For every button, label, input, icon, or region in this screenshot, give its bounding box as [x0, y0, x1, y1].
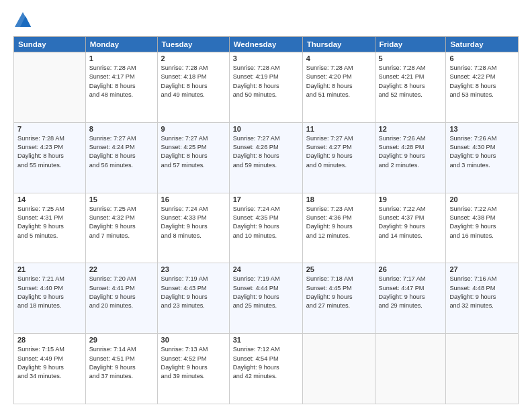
day-info: Sunrise: 7:25 AM Sunset: 4:32 PM Dayligh… — [89, 205, 154, 240]
day-number: 3 — [233, 54, 299, 62]
day-number: 15 — [89, 195, 154, 203]
day-info: Sunrise: 7:21 AM Sunset: 4:40 PM Dayligh… — [17, 275, 82, 310]
day-number: 5 — [379, 54, 443, 62]
day-cell: 4Sunrise: 7:28 AM Sunset: 4:20 PM Daylig… — [302, 52, 375, 123]
day-info: Sunrise: 7:28 AM Sunset: 4:20 PM Dayligh… — [306, 64, 371, 99]
day-info: Sunrise: 7:22 AM Sunset: 4:38 PM Dayligh… — [449, 205, 515, 240]
day-cell: 24Sunrise: 7:19 AM Sunset: 4:44 PM Dayli… — [229, 263, 302, 334]
day-number: 21 — [17, 265, 82, 273]
day-info: Sunrise: 7:28 AM Sunset: 4:23 PM Dayligh… — [17, 134, 82, 170]
day-number: 18 — [306, 195, 371, 203]
day-info: Sunrise: 7:13 AM Sunset: 4:52 PM Dayligh… — [161, 345, 226, 381]
day-cell — [446, 334, 519, 404]
day-number: 2 — [161, 54, 226, 62]
day-number: 7 — [17, 125, 82, 133]
day-number: 24 — [233, 265, 299, 273]
day-cell: 25Sunrise: 7:18 AM Sunset: 4:45 PM Dayli… — [302, 263, 375, 334]
day-info: Sunrise: 7:20 AM Sunset: 4:41 PM Dayligh… — [89, 275, 154, 310]
logo-icon — [13, 11, 32, 30]
day-cell: 7Sunrise: 7:28 AM Sunset: 4:23 PM Daylig… — [14, 122, 86, 193]
day-info: Sunrise: 7:27 AM Sunset: 4:25 PM Dayligh… — [161, 134, 226, 170]
day-cell: 3Sunrise: 7:28 AM Sunset: 4:19 PM Daylig… — [229, 52, 302, 123]
day-info: Sunrise: 7:28 AM Sunset: 4:21 PM Dayligh… — [379, 64, 443, 99]
day-number: 1 — [89, 54, 154, 62]
day-number: 13 — [449, 125, 515, 133]
day-number: 30 — [161, 336, 226, 344]
day-number: 28 — [17, 336, 82, 344]
day-number: 12 — [379, 125, 443, 133]
day-info: Sunrise: 7:22 AM Sunset: 4:37 PM Dayligh… — [379, 205, 443, 240]
day-number: 29 — [89, 336, 154, 344]
day-cell: 20Sunrise: 7:22 AM Sunset: 4:38 PM Dayli… — [446, 193, 519, 263]
day-cell: 8Sunrise: 7:27 AM Sunset: 4:24 PM Daylig… — [85, 122, 157, 193]
day-info: Sunrise: 7:14 AM Sunset: 4:51 PM Dayligh… — [89, 345, 154, 381]
day-number: 9 — [161, 125, 226, 133]
day-info: Sunrise: 7:17 AM Sunset: 4:47 PM Dayligh… — [379, 275, 443, 310]
day-info: Sunrise: 7:12 AM Sunset: 4:54 PM Dayligh… — [233, 345, 299, 381]
day-cell: 23Sunrise: 7:19 AM Sunset: 4:43 PM Dayli… — [157, 263, 229, 334]
day-cell: 18Sunrise: 7:23 AM Sunset: 4:36 PM Dayli… — [302, 193, 375, 263]
col-header-wednesday: Wednesday — [229, 37, 302, 52]
day-cell: 21Sunrise: 7:21 AM Sunset: 4:40 PM Dayli… — [14, 263, 86, 334]
day-number: 27 — [449, 265, 515, 273]
day-info: Sunrise: 7:23 AM Sunset: 4:36 PM Dayligh… — [306, 205, 371, 240]
day-cell: 15Sunrise: 7:25 AM Sunset: 4:32 PM Dayli… — [85, 193, 157, 263]
day-number: 6 — [449, 54, 515, 62]
col-header-thursday: Thursday — [302, 37, 375, 52]
day-number: 17 — [233, 195, 299, 203]
col-header-monday: Monday — [85, 37, 157, 52]
week-row-4: 21Sunrise: 7:21 AM Sunset: 4:40 PM Dayli… — [14, 263, 519, 334]
day-info: Sunrise: 7:26 AM Sunset: 4:28 PM Dayligh… — [379, 134, 443, 170]
week-row-5: 28Sunrise: 7:15 AM Sunset: 4:49 PM Dayli… — [14, 334, 519, 404]
day-info: Sunrise: 7:19 AM Sunset: 4:43 PM Dayligh… — [161, 275, 226, 310]
day-info: Sunrise: 7:24 AM Sunset: 4:35 PM Dayligh… — [233, 205, 299, 240]
day-cell: 5Sunrise: 7:28 AM Sunset: 4:21 PM Daylig… — [375, 52, 446, 123]
day-cell: 27Sunrise: 7:16 AM Sunset: 4:48 PM Dayli… — [446, 263, 519, 334]
col-header-saturday: Saturday — [446, 37, 519, 52]
day-info: Sunrise: 7:18 AM Sunset: 4:45 PM Dayligh… — [306, 275, 371, 310]
day-number: 26 — [379, 265, 443, 273]
week-row-3: 14Sunrise: 7:25 AM Sunset: 4:31 PM Dayli… — [14, 193, 519, 263]
day-info: Sunrise: 7:28 AM Sunset: 4:19 PM Dayligh… — [233, 64, 299, 99]
logo — [13, 11, 35, 30]
day-number: 10 — [233, 125, 299, 133]
day-number: 8 — [89, 125, 154, 133]
day-cell: 11Sunrise: 7:27 AM Sunset: 4:27 PM Dayli… — [302, 122, 375, 193]
week-row-1: 1Sunrise: 7:28 AM Sunset: 4:17 PM Daylig… — [14, 52, 519, 123]
day-number: 25 — [306, 265, 371, 273]
day-info: Sunrise: 7:27 AM Sunset: 4:27 PM Dayligh… — [306, 134, 371, 170]
day-info: Sunrise: 7:28 AM Sunset: 4:22 PM Dayligh… — [449, 64, 515, 99]
day-cell: 9Sunrise: 7:27 AM Sunset: 4:25 PM Daylig… — [157, 122, 229, 193]
day-number: 4 — [306, 54, 371, 62]
day-cell: 13Sunrise: 7:26 AM Sunset: 4:30 PM Dayli… — [446, 122, 519, 193]
day-info: Sunrise: 7:16 AM Sunset: 4:48 PM Dayligh… — [449, 275, 515, 310]
day-cell: 16Sunrise: 7:24 AM Sunset: 4:33 PM Dayli… — [157, 193, 229, 263]
day-info: Sunrise: 7:25 AM Sunset: 4:31 PM Dayligh… — [17, 205, 82, 240]
day-cell: 2Sunrise: 7:28 AM Sunset: 4:18 PM Daylig… — [157, 52, 229, 123]
day-cell: 14Sunrise: 7:25 AM Sunset: 4:31 PM Dayli… — [14, 193, 86, 263]
day-cell: 26Sunrise: 7:17 AM Sunset: 4:47 PM Dayli… — [375, 263, 446, 334]
calendar-header-row: SundayMondayTuesdayWednesdayThursdayFrid… — [14, 37, 519, 52]
day-cell: 28Sunrise: 7:15 AM Sunset: 4:49 PM Dayli… — [14, 334, 86, 404]
day-cell: 1Sunrise: 7:28 AM Sunset: 4:17 PM Daylig… — [85, 52, 157, 123]
day-number: 16 — [161, 195, 226, 203]
col-header-tuesday: Tuesday — [157, 37, 229, 52]
day-number: 20 — [449, 195, 515, 203]
day-info: Sunrise: 7:27 AM Sunset: 4:26 PM Dayligh… — [233, 134, 299, 170]
day-number: 11 — [306, 125, 371, 133]
day-cell: 31Sunrise: 7:12 AM Sunset: 4:54 PM Dayli… — [229, 334, 302, 404]
day-cell: 29Sunrise: 7:14 AM Sunset: 4:51 PM Dayli… — [85, 334, 157, 404]
day-cell: 30Sunrise: 7:13 AM Sunset: 4:52 PM Dayli… — [157, 334, 229, 404]
page-header — [13, 11, 519, 30]
day-info: Sunrise: 7:24 AM Sunset: 4:33 PM Dayligh… — [161, 205, 226, 240]
day-cell: 17Sunrise: 7:24 AM Sunset: 4:35 PM Dayli… — [229, 193, 302, 263]
week-row-2: 7Sunrise: 7:28 AM Sunset: 4:23 PM Daylig… — [14, 122, 519, 193]
day-info: Sunrise: 7:26 AM Sunset: 4:30 PM Dayligh… — [449, 134, 515, 170]
day-cell — [375, 334, 446, 404]
day-info: Sunrise: 7:28 AM Sunset: 4:18 PM Dayligh… — [161, 64, 226, 99]
day-number: 31 — [233, 336, 299, 344]
day-cell: 6Sunrise: 7:28 AM Sunset: 4:22 PM Daylig… — [446, 52, 519, 123]
day-cell: 10Sunrise: 7:27 AM Sunset: 4:26 PM Dayli… — [229, 122, 302, 193]
col-header-friday: Friday — [375, 37, 446, 52]
day-info: Sunrise: 7:15 AM Sunset: 4:49 PM Dayligh… — [17, 345, 82, 381]
